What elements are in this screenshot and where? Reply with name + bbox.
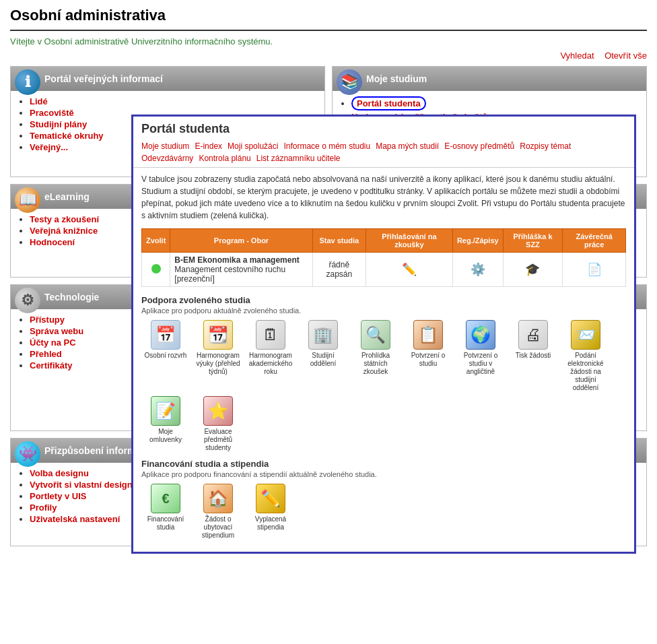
cell-zvolit[interactable] xyxy=(142,253,170,287)
link-ucty[interactable]: Účty na PC xyxy=(30,337,76,348)
link-profily[interactable]: Profily xyxy=(30,503,57,513)
elearning-icon: 📖 xyxy=(15,187,40,213)
popup-nav: Moje studium E-index Moji spolužáci Info… xyxy=(141,140,626,164)
col-zaverecna: Závěrečná práce xyxy=(563,229,626,253)
reg-icon[interactable]: ⚙️ xyxy=(471,263,485,276)
link-studijni-plany[interactable]: Studijní plány xyxy=(30,119,87,129)
cell-reg[interactable]: ⚙️ xyxy=(452,253,503,287)
popup-nav-rozpisy[interactable]: Rozpisy témat xyxy=(520,140,576,152)
app-studijni-oddeleni-label: Studijní oddělení xyxy=(299,352,347,368)
zaverecna-icon[interactable]: 📄 xyxy=(587,263,602,276)
app-harmonogram-vyuky[interactable]: 📆 Harmonogram výuky (přehled týdnů) xyxy=(194,320,242,392)
cell-szz[interactable]: 🎓 xyxy=(503,253,563,287)
link-tematicke[interactable]: Tematické okruhy xyxy=(30,131,104,141)
popup-nav-kontrola[interactable]: Kontrola plánu xyxy=(199,152,256,164)
link-volba-designu[interactable]: Volba designu xyxy=(30,468,89,478)
popup-nav-eosnovy[interactable]: E-osnovy předmětů xyxy=(444,140,520,152)
popup-nav-informace[interactable]: Informace o mém studiu xyxy=(283,140,376,152)
cell-prihlasovani[interactable]: ✏️ xyxy=(366,253,452,287)
link-kniznive[interactable]: Veřejná knižnice xyxy=(30,226,98,236)
link-hodnoceni-el[interactable]: Hodnocení xyxy=(30,237,75,247)
app-potvrzeni-anglictine-label: Potvrzení o studiu v angličtině xyxy=(456,352,505,376)
page-title: Osobní administrativa xyxy=(10,7,647,31)
popup-nav-mapa[interactable]: Mapa mých studií xyxy=(376,140,444,152)
support-apps-grid: 📅 Osobní rozvrh 📆 Harmonogram výuky (pře… xyxy=(141,320,626,452)
app-podani-elektronicke-label: Podání elektronické žádosti na studijní … xyxy=(561,352,610,392)
link-lide[interactable]: Lidé xyxy=(30,96,48,106)
link-pracoviste[interactable]: Pracoviště xyxy=(30,108,74,118)
app-vyplacena-stipendia-icon: ✏️ xyxy=(256,484,285,513)
cell-stav: řádně zapsán xyxy=(312,253,366,287)
link-certifikaty[interactable]: Certifikáty xyxy=(30,360,73,371)
popup-nav-eindex[interactable]: E-index xyxy=(195,140,228,152)
app-prohlidka-zkousek-label: Prohlídka státních zkoušek xyxy=(351,352,400,376)
szz-icon[interactable]: 🎓 xyxy=(525,263,540,276)
app-zadost-ubytovaci[interactable]: 🏠 Žádost o ubytovací stipendium xyxy=(194,484,242,540)
link-vlastni-design[interactable]: Vytvořit si vlastní design xyxy=(30,480,133,490)
app-harmonogram-vyuky-icon: 📆 xyxy=(203,320,233,350)
popup-description: V tabulce jsou zobrazeny studia započatá… xyxy=(141,173,626,222)
app-evaluace-predmetu-label: Evaluace předmětů studenty xyxy=(194,428,242,452)
app-osobni-rozvrh-icon: 📅 xyxy=(151,320,180,350)
app-vyplacena-stipendia[interactable]: ✏️ Vyplacená stipendia xyxy=(246,484,295,540)
welcome-text: Vítejte v Osobní administrativě Univerzi… xyxy=(10,36,647,46)
popup-nav-odevzdavarny[interactable]: Odevzdávárny xyxy=(141,152,199,164)
book-icon: 📚 xyxy=(337,69,362,95)
app-financovani-studia[interactable]: € Financování studia xyxy=(141,484,190,540)
link-portal-studenta[interactable]: Portál studenta xyxy=(357,98,421,108)
popup-title: Portál studenta xyxy=(141,122,626,136)
app-harmonogram-akadem[interactable]: 🗓 Harmonogram akademického roku xyxy=(246,320,295,392)
link-pristupy[interactable]: Přístupy xyxy=(30,315,65,325)
link-prehled[interactable]: Přehled xyxy=(30,349,62,359)
info-icon: ℹ xyxy=(15,69,40,95)
app-potvrzeni-studia-label: Potvrzení o studiu xyxy=(404,352,452,368)
popup-portal-studenta: Portál studenta Moje studium E-index Moj… xyxy=(131,115,636,553)
cell-zaverecna[interactable]: 📄 xyxy=(563,253,626,287)
app-prohlidka-zkousek[interactable]: 🔍 Prohlídka státních zkoušek xyxy=(351,320,400,392)
portal-studenta-circle: Portál studenta xyxy=(351,96,426,110)
app-studijni-oddeleni[interactable]: 🏢 Studijní oddělení xyxy=(299,320,347,392)
table-row: B-EM Ekonomika a management Management c… xyxy=(142,253,626,287)
app-harmonogram-akadem-icon: 🗓 xyxy=(256,320,285,350)
support-subtitle: Aplikace pro podporu aktuálně zvoleného … xyxy=(141,307,626,315)
open-all-link[interactable]: Otevřít vše xyxy=(604,51,647,61)
app-osobni-rozvrh[interactable]: 📅 Osobní rozvrh xyxy=(141,320,190,392)
link-uzivatelska[interactable]: Uživatelská nastavení xyxy=(30,514,120,524)
portlet-my-study-header: 📚 Moje studium xyxy=(333,67,646,91)
link-testy[interactable]: Testy a zkoušení xyxy=(30,214,99,224)
app-potvrzeni-anglictine-icon: 🌍 xyxy=(466,320,495,350)
app-potvrzeni-studia-icon: 📋 xyxy=(413,320,443,350)
app-omluvenky-icon: 📝 xyxy=(151,396,180,426)
col-stav: Stav studia xyxy=(312,229,366,253)
link-sprava-webu[interactable]: Správa webu xyxy=(30,326,83,336)
gear-icon: ⚙ xyxy=(15,288,40,313)
app-potvrzeni-studia[interactable]: 📋 Potvrzení o studiu xyxy=(404,320,452,392)
portlet-public-info-header: ℹ Portál veřejných informací xyxy=(11,67,324,91)
app-potvrzeni-anglictine[interactable]: 🌍 Potvrzení o studiu v angličtině xyxy=(456,320,505,392)
app-evaluace-predmetu[interactable]: ⭐ Evaluace předmětů studenty xyxy=(194,396,242,452)
app-zadost-ubytovaci-icon: 🏠 xyxy=(203,484,233,513)
popup-nav-list[interactable]: List záznamníku učitele xyxy=(256,152,346,164)
popup-body: V tabulce jsou zobrazeny studia započatá… xyxy=(133,168,634,552)
col-program: Program - Obor xyxy=(170,229,312,253)
app-zadost-ubytovaci-label: Žádost o ubytovací stipendium xyxy=(194,515,242,540)
app-vyplacena-stipendia-label: Vyplacená stipendia xyxy=(246,515,295,532)
prihlasovani-icon[interactable]: ✏️ xyxy=(402,263,417,276)
support-title: Podpora zvoleného studia xyxy=(141,295,626,305)
finance-subtitle: Aplikace pro podporu financování a stipe… xyxy=(141,470,626,478)
link-verejny[interactable]: Veřejný... xyxy=(30,142,68,152)
app-tisk-zadosti[interactable]: 🖨 Tisk žádosti xyxy=(509,320,557,392)
face-icon: 👾 xyxy=(15,441,40,467)
app-tisk-zadosti-icon: 🖨 xyxy=(518,320,548,350)
search-link[interactable]: Vyhledat xyxy=(560,51,594,61)
cell-program: B-EM Ekonomika a management Management c… xyxy=(170,253,312,287)
finance-apps-grid: € Financování studia 🏠 Žádost o ubytovac… xyxy=(141,484,626,540)
popup-nav-moje-studium[interactable]: Moje studium xyxy=(141,140,195,152)
link-portlety[interactable]: Portlety v UIS xyxy=(30,491,87,501)
app-podani-elektronicke[interactable]: 📨 Podání elektronické žádosti na studijn… xyxy=(561,320,610,392)
app-financovani-label: Financování studia xyxy=(141,515,190,532)
app-omluvenky[interactable]: 📝 Moje omluvenky xyxy=(141,396,190,452)
app-evaluace-predmetu-icon: ⭐ xyxy=(203,396,233,426)
app-podani-elektronicke-icon: 📨 xyxy=(571,320,600,350)
popup-nav-spoluzaci[interactable]: Moji spolužáci xyxy=(228,140,283,152)
